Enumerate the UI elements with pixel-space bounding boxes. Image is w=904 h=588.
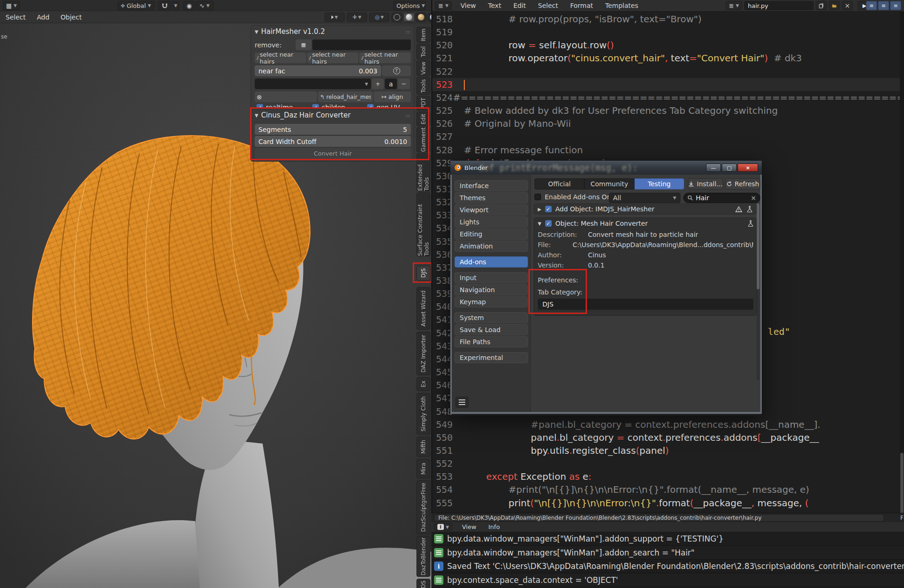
sidebar-tab-surface-constraint-tools[interactable]: Surface Constraint Tools [416, 192, 430, 256]
code-line-521[interactable]: 521row.operator("cinus.convert_hair", te… [432, 52, 904, 65]
sidebar-tab-daztoblender[interactable]: DazToBlender [416, 536, 430, 577]
code-line-527[interactable]: 527 [432, 130, 904, 143]
help-button[interactable]: ? [382, 65, 411, 76]
sidebar-tab-item[interactable]: Item [416, 27, 430, 43]
code-line-524[interactable]: 524#====================================… [432, 91, 904, 104]
shading-solid-button[interactable] [403, 13, 415, 22]
sidebar-tab-mira[interactable]: Mira [416, 459, 430, 478]
expand-right-icon[interactable]: ▶ [538, 207, 541, 212]
menu-templates[interactable]: Templates [599, 0, 644, 11]
gizmo-dropdown[interactable]: ✛▼ [347, 13, 367, 22]
drag-handle-icon[interactable]: :::: [406, 113, 410, 118]
menu-format[interactable]: Format [564, 0, 599, 11]
clear-button[interactable]: ⊗ [255, 91, 317, 102]
sidebar-tab-garment[interactable]: Garment [416, 127, 430, 152]
sidebar-item-editing[interactable]: Editing [455, 229, 528, 240]
minimize-button[interactable]: — [706, 163, 721, 172]
sidebar-item-animation[interactable]: Animation [455, 241, 528, 252]
proportional-edit-toggle[interactable]: ◉ [183, 1, 195, 10]
sidebar-tab-view[interactable]: View [416, 60, 430, 76]
sidebar-tab-daz-importer[interactable]: DAZ Importer [416, 332, 430, 375]
sidebar-item-navigation[interactable]: Navigation [455, 284, 528, 295]
maximize-button[interactable]: ▢ [722, 163, 737, 172]
sidebar-tab-asset-wizard[interactable]: Asset Wizard [416, 287, 430, 330]
menu-edit[interactable]: Edit [507, 0, 532, 11]
code-line-523[interactable]: 523 [432, 78, 904, 91]
preferences-window[interactable]: def printErrorMessage(msg, e): Blender —… [450, 160, 762, 416]
code-line-551[interactable]: 551bpy.utils.register_class(panel) [432, 444, 904, 457]
syntax-highlight-toggle[interactable]: ≡ [890, 1, 901, 10]
panel-cinus-header[interactable]: ▼ Cinus_Daz Hair Converter :::: [251, 109, 414, 121]
editor-scrollbar-thumb[interactable] [900, 453, 904, 513]
info-log-row[interactable]: bpy.data.window_managers["WinMan"].addon… [431, 532, 904, 546]
code-line-522[interactable]: 522 [432, 65, 904, 78]
snap-options-dropdown[interactable]: ▼ [172, 1, 179, 10]
menu-view[interactable]: View [456, 522, 482, 532]
clear-search-icon[interactable]: × [751, 194, 756, 202]
code-line-550[interactable]: 550panel.bl_category = context.preferenc… [432, 431, 904, 444]
sidebar-item-experimental[interactable]: Experimental [455, 352, 528, 363]
sidebar-tab-tool[interactable]: Tool [416, 44, 430, 59]
code-line-556[interactable]: 556pass [432, 510, 904, 513]
menu-select[interactable]: Select [0, 11, 31, 23]
select-near-hairs-button-1[interactable]: ∕∕select near hairs [255, 52, 306, 63]
sidebar-tab-dazsculptgorfree[interactable]: DazSculptgorFree [416, 480, 430, 534]
addon-enabled-checkbox[interactable]: ✓ [545, 220, 552, 227]
sidebar-item-keymap[interactable]: Keymap [455, 296, 528, 307]
slider-segments[interactable]: Segments5 [255, 124, 411, 135]
tab-official[interactable]: Official [534, 178, 584, 189]
code-line-519[interactable]: 519 [432, 26, 904, 39]
sidebar-tab-extended-tools[interactable]: Extended Tools [416, 153, 430, 191]
sidebar-tab-pdt[interactable]: PDT [416, 96, 430, 111]
panel-hairmesher-header[interactable]: ▼ HairMesher v1.0.2 :::: [251, 26, 414, 38]
sidebar-item-input[interactable]: Input [455, 272, 528, 283]
tab-community[interactable]: Community [584, 178, 634, 189]
tab-category-input[interactable]: DJS [538, 299, 753, 310]
minus-button[interactable]: − [398, 78, 410, 89]
editor-type-button[interactable]: ≣▼ [435, 1, 452, 10]
new-text-button[interactable] [816, 1, 827, 10]
sidebar-item-lights[interactable]: Lights [455, 216, 528, 228]
align-button[interactable]: ↦align [374, 91, 411, 102]
sidebar-tab-ex[interactable]: Ex [416, 377, 430, 391]
sidebar-item-add-ons[interactable]: Add-ons [455, 256, 528, 268]
sidebar-item-system[interactable]: System [455, 312, 528, 323]
overlays-dropdown[interactable]: ◎▼ [369, 13, 389, 22]
menu-object[interactable]: Object [55, 11, 87, 23]
convert-hair-button[interactable]: Convert Hair [255, 148, 411, 159]
drag-handle-icon[interactable]: :::: [406, 29, 410, 34]
window-titlebar[interactable]: def printErrorMessage(msg, e): Blender —… [450, 161, 762, 175]
slider-card-width-cutoff[interactable]: Card Width Cutoff0.0010 [255, 136, 411, 147]
code-line-520[interactable]: 520row = self.layout.row() [432, 39, 904, 52]
refresh-addons-button[interactable]: Refresh [725, 178, 760, 189]
expand-down-icon[interactable]: ▼ [538, 221, 541, 226]
menu-add[interactable]: Add [31, 11, 55, 23]
sidebar-tab-djs[interactable]: DJS [416, 266, 430, 281]
proportional-falloff-dropdown[interactable]: ∿▼ [196, 1, 214, 10]
code-line-518[interactable]: 518# row.prop(props, "isBrow", text="Bro… [432, 13, 904, 26]
sidebar-tab-edit[interactable]: Edit [416, 111, 430, 126]
shading-material-button[interactable] [416, 13, 427, 22]
transform-orientation-dropdown[interactable]: ✣Global▼ [118, 1, 155, 10]
info-editor[interactable]: i▼ ViewInfo bpy.data.window_managers["Wi… [431, 522, 904, 588]
prefs-scrollbar-thumb[interactable] [757, 203, 759, 289]
code-line-555[interactable]: 555print("\n[{}]\n{}\n\nError:\n{}".form… [432, 497, 904, 510]
code-line-525[interactable]: 525# Below added by dk3 for User Prefere… [432, 104, 904, 117]
hair-object-dropdown[interactable]: ▼ [255, 78, 371, 89]
sidebar-tab-mifth[interactable]: Mifth [416, 437, 430, 457]
addon-search-input[interactable]: Hair × [683, 193, 760, 203]
sidebar-tab-tools[interactable]: Tools [416, 77, 430, 95]
unlink-text-button[interactable]: × [842, 1, 853, 10]
info-log-row[interactable]: bpy.data.window_managers["WinMan"].addon… [431, 546, 904, 560]
menu-select[interactable]: Select [532, 0, 564, 11]
auto-name-button[interactable]: a [385, 78, 397, 89]
viewport-3d[interactable]: ▦▼ ✣Global▼ ▼ ◉ ∿▼ Options▼ SelectAddObj… [0, 0, 431, 588]
open-text-button[interactable] [829, 1, 840, 10]
menu-text[interactable]: Text [482, 0, 507, 11]
code-line-526[interactable]: 526# Original by Mano-Wii [432, 117, 904, 130]
enabled-addons-only-checkbox[interactable] [534, 194, 541, 200]
word-wrap-toggle[interactable]: ≡ [878, 1, 889, 10]
code-line-554[interactable]: 554#print("\n[{}]\n{}\n\nError:\n{}".for… [432, 483, 904, 496]
sidebar-tab-gob-ds[interactable]: GoB-DS [416, 579, 430, 588]
sidebar-item-viewport[interactable]: Viewport [455, 204, 528, 216]
